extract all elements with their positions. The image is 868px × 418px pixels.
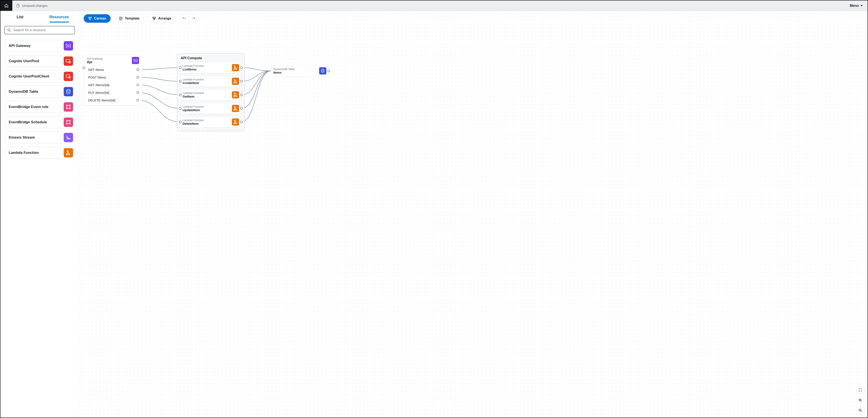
eventbridge-icon xyxy=(64,102,73,111)
port-out[interactable] xyxy=(136,84,139,86)
node-lambda[interactable]: Lambda Function DeleteItem xyxy=(180,117,241,128)
undo-redo-group xyxy=(179,14,198,23)
palette-item[interactable]: API Gateway xyxy=(4,40,75,52)
sidebar-tabs: List Resources xyxy=(0,11,79,23)
arrange-icon xyxy=(152,17,156,20)
node-name: ListItems xyxy=(183,67,204,71)
svg-rect-2 xyxy=(66,59,70,62)
node-name: UpdateItem xyxy=(183,108,204,112)
port-out[interactable] xyxy=(240,80,243,83)
undo-button[interactable] xyxy=(180,14,189,23)
zoom-in-icon xyxy=(859,398,862,402)
port-in[interactable] xyxy=(179,121,182,123)
canvas[interactable]: Canvas Template Arrange xyxy=(79,11,868,418)
caret-down-icon xyxy=(860,4,863,7)
node-type-label: DynamoDB Table xyxy=(273,67,295,71)
tab-list[interactable]: List xyxy=(0,11,40,22)
node-lambda[interactable]: Lambda Function CreateItem xyxy=(180,76,241,87)
sidebar: List Resources API Gateway Cognito UserP… xyxy=(0,11,79,418)
port-out[interactable] xyxy=(240,121,243,123)
palette-item[interactable]: EventBridge Schedule xyxy=(4,116,75,128)
palette-item[interactable]: EventBridge Event rule xyxy=(4,101,75,113)
svg-point-6 xyxy=(67,90,70,91)
node-name: CreateItem xyxy=(183,81,204,85)
resource-palette: API Gateway Cognito UserPool Cognito Use… xyxy=(0,36,79,418)
group-api-compute[interactable]: API Compute Lambda Function ListItems La… xyxy=(177,54,245,131)
svg-point-7 xyxy=(66,105,67,106)
api-route[interactable]: POST /items xyxy=(87,73,139,81)
fit-screen-button[interactable] xyxy=(857,386,864,394)
port-in[interactable] xyxy=(179,94,182,96)
template-button-label: Template xyxy=(125,17,140,20)
api-route[interactable]: PUT /items/{id} xyxy=(87,89,139,96)
lambda-icon xyxy=(64,148,73,157)
api-route[interactable]: DELETE /items/{id} xyxy=(87,96,139,104)
api-route[interactable]: GET /items/{id} xyxy=(87,81,139,89)
port-out[interactable] xyxy=(136,99,139,101)
canvas-toolbar: Canvas Template Arrange xyxy=(84,14,198,23)
port-out[interactable] xyxy=(240,107,243,110)
kinesis-icon xyxy=(64,133,73,142)
palette-item[interactable]: Lambda Function xyxy=(4,147,75,159)
port-out[interactable] xyxy=(136,91,139,94)
redo-icon xyxy=(192,17,195,20)
port-in[interactable] xyxy=(179,107,182,110)
palette-item[interactable]: Cognito UserPool xyxy=(4,55,75,67)
svg-rect-17 xyxy=(89,19,90,20)
zoom-in-button[interactable] xyxy=(857,396,864,404)
node-lambda[interactable]: Lambda Function UpdateItem xyxy=(180,103,241,114)
redo-button[interactable] xyxy=(189,14,198,23)
svg-point-14 xyxy=(69,123,70,124)
group-title: API Compute xyxy=(180,56,241,60)
svg-rect-19 xyxy=(153,17,154,18)
palette-item-label: DynamoDB Table xyxy=(9,90,38,94)
port-out[interactable] xyxy=(136,68,139,71)
palette-item[interactable]: Cognito UserPoolClient xyxy=(4,70,75,82)
port-out[interactable] xyxy=(328,70,330,72)
node-lambda[interactable]: Lambda Function GetItem xyxy=(180,89,241,100)
svg-point-11 xyxy=(66,120,67,121)
svg-point-10 xyxy=(69,108,70,109)
search-icon xyxy=(7,28,11,32)
palette-item[interactable]: Kinesis Stream xyxy=(4,132,75,143)
port-in[interactable] xyxy=(83,67,85,69)
node-type-label: Lambda Function xyxy=(183,105,204,108)
menu-button[interactable]: Menu xyxy=(845,4,868,8)
palette-item-label: Cognito UserPoolClient xyxy=(9,74,49,78)
file-icon xyxy=(16,4,20,8)
svg-rect-4 xyxy=(66,75,70,77)
tab-resources[interactable]: Resources xyxy=(40,11,79,22)
port-in[interactable] xyxy=(179,80,182,83)
palette-item-label: EventBridge Event rule xyxy=(9,105,49,109)
home-button[interactable] xyxy=(0,0,12,11)
node-lambda[interactable]: Lambda Function ListItems xyxy=(180,62,241,73)
port-in[interactable] xyxy=(179,66,182,69)
palette-item-label: API Gateway xyxy=(9,44,31,48)
zoom-out-button[interactable] xyxy=(857,407,864,414)
svg-rect-20 xyxy=(155,17,156,18)
node-type-label: Lambda Function xyxy=(183,119,204,122)
canvas-button[interactable]: Canvas xyxy=(84,14,111,23)
node-api-gateway[interactable]: API Gateway Api GET /itemsPOST /itemsGET… xyxy=(84,55,142,105)
cognito-icon xyxy=(64,57,73,66)
template-button[interactable]: Template xyxy=(115,14,144,23)
search-input[interactable] xyxy=(13,28,72,32)
apigw-icon xyxy=(64,41,73,51)
svg-point-0 xyxy=(8,29,10,31)
node-name: Api xyxy=(87,60,103,64)
port-out[interactable] xyxy=(136,76,139,78)
search-input-wrap[interactable] xyxy=(4,26,75,34)
port-out[interactable] xyxy=(240,66,243,69)
zoom-out-icon xyxy=(859,409,862,412)
arrange-button[interactable]: Arrange xyxy=(148,14,176,23)
node-type-label: Lambda Function xyxy=(183,78,204,81)
palette-item-label: Cognito UserPool xyxy=(9,59,39,63)
fit-icon xyxy=(859,388,862,392)
node-dynamodb[interactable]: DynamoDB Table Items xyxy=(271,65,329,76)
route-text: DELETE /items/{id} xyxy=(88,98,115,102)
undo-icon xyxy=(182,17,186,20)
api-route[interactable]: GET /items xyxy=(87,66,139,73)
svg-point-23 xyxy=(321,69,324,70)
palette-item[interactable]: DynamoDB Table xyxy=(4,86,75,98)
port-out[interactable] xyxy=(240,94,243,96)
